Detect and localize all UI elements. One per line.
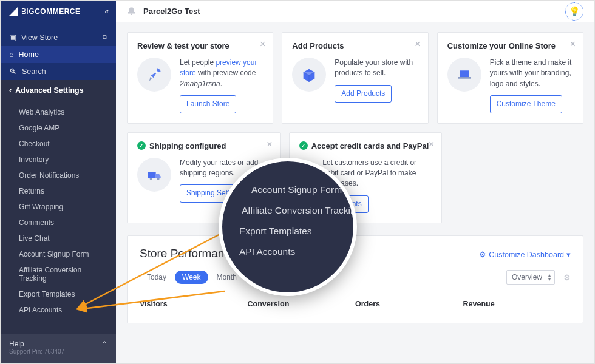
nav-sub-items: Web AnalyticsGoogle AMPCheckoutInventory… [1,104,116,318]
nav-view-store[interactable]: ▣ View Store ⧉ [1,29,116,46]
customize-theme-button[interactable]: Customize Theme [490,95,562,113]
help-panel[interactable]: Help ⌃ Support Pin: 763407 [1,334,116,363]
add-products-button[interactable]: Add Products [335,85,392,103]
close-icon[interactable]: × [429,139,434,150]
chevron-left-icon: ‹ [9,86,12,95]
sidebar-item-account-signup-form[interactable]: Account Signup Form [1,246,116,262]
sidebar-item-inventory[interactable]: Inventory [1,152,116,167]
topbar: 🔔︎ Parcel2Go Test 💡 [116,1,594,22]
overview-select[interactable]: Overview▾ [506,270,555,285]
nav-search[interactable]: 🔍︎ Search [1,63,116,80]
mag-item-api: API Accounts [239,241,353,262]
main-content: 🔔︎ Parcel2Go Test 💡 × Review & test your… [116,1,594,363]
help-pin: Support Pin: 763407 [9,348,107,355]
store-performance-panel: Store Performance ⚙ Customize Dashboard … [127,235,583,323]
bigcommerce-logo-icon [8,6,19,17]
card-desc: Populate your store with products to sel… [335,58,418,103]
svg-point-4 [150,177,152,180]
svg-rect-2 [458,77,471,79]
sidebar: BIGCOMMERCE « ▣ View Store ⧉ ⌂ Home 🔍︎ S… [1,1,116,363]
box-icon [292,58,326,92]
gear-icon[interactable]: ⚙ [563,273,571,282]
sidebar-item-checkout[interactable]: Checkout [1,136,116,152]
gear-icon: ⚙ [479,250,486,259]
rocket-icon [137,58,171,92]
card-title: Review & test your store [137,41,263,50]
sidebar-item-returns[interactable]: Returns [1,183,116,199]
close-icon[interactable]: × [415,39,420,50]
tips-icon[interactable]: 💡 [565,2,583,21]
svg-rect-1 [460,70,469,77]
sidebar-item-api-accounts[interactable]: API Accounts [1,302,116,318]
check-icon: ✓ [137,141,146,150]
sidebar-item-affiliate-conversion-tracking[interactable]: Affiliate Conversion Tracking [1,262,116,286]
nav-home[interactable]: ⌂ Home [1,46,116,63]
magnifier-callout: Account Signup Form Affiliate Conversion… [219,158,357,296]
sidebar-item-gift-wrapping[interactable]: Gift Wrapping [1,199,116,215]
laptop-icon [447,58,481,92]
brand-prefix: BIG [21,7,35,16]
nav-home-label: Home [19,50,39,59]
svg-point-5 [157,177,160,180]
nav-primary: ▣ View Store ⧉ ⌂ Home 🔍︎ Search [1,22,116,80]
perf-col-orders: Orders [355,300,463,308]
brand-bar: BIGCOMMERCE « [1,1,116,22]
nav-section-label: Advanced Settings [15,86,84,95]
search-icon: 🔍︎ [9,67,17,76]
truck-icon [137,158,171,192]
perf-columns: VisitorsConversionOrdersRevenue [140,291,571,323]
card-add-products: × Add Products Populate your store with … [282,32,428,124]
svg-point-0 [155,71,158,73]
launch-store-button[interactable]: Launch Store [180,95,236,113]
sidebar-item-web-analytics[interactable]: Web Analytics [1,104,116,120]
svg-rect-3 [148,172,155,178]
mag-item-signup: Account Signup Form [251,180,353,200]
help-title: Help [9,340,24,348]
card-desc: Pick a theme and make it yours with your… [490,58,573,113]
cards-row-2: × ✓ Shipping configured Modify your rate… [116,124,594,224]
sidebar-item-comments[interactable]: Comments [1,215,116,231]
check-icon: ✓ [299,141,308,150]
customize-dashboard-button[interactable]: ⚙ Customize Dashboard ▾ [479,250,571,259]
chevron-down-icon: ▾ [566,250,571,259]
mag-item-export: Export Templates [239,221,353,241]
notification-bell-icon[interactable]: 🔔︎ [127,6,136,16]
perf-controls: TodayWeekMonthYear | ▾ Overview▾ ⚙ [140,270,571,291]
chevron-up-icon: ⌃ [101,340,107,348]
store-icon: ▣ [9,33,16,42]
nav-section-advanced[interactable]: ‹ Advanced Settings [1,80,116,101]
card-desc: Let people preview your store with previ… [180,58,263,113]
sidebar-item-export-templates[interactable]: Export Templates [1,286,116,302]
sidebar-item-order-notifications[interactable]: Order Notifications [1,167,116,183]
home-icon: ⌂ [9,50,14,59]
store-name: Parcel2Go Test [143,7,200,16]
sidebar-item-google-amp[interactable]: Google AMP [1,120,116,136]
perf-col-revenue: Revenue [463,300,571,308]
brand-logo: BIGCOMMERCE [8,6,81,17]
sidebar-collapse-button[interactable]: « [104,7,109,16]
mag-item-affiliate: Affiliate Conversion Tracking [242,200,353,221]
cards-row-1: × Review & test your store Let people pr… [116,22,594,124]
perf-col-visitors: Visitors [140,300,248,308]
nav-search-label: Search [22,67,46,76]
sidebar-item-live-chat[interactable]: Live Chat [1,231,116,246]
card-title: ✓ Shipping configured [137,141,270,150]
card-customize-store: × Customize your Online Store Pick a the… [437,32,583,124]
close-icon[interactable]: × [570,39,576,50]
card-title: Add Products [292,41,418,50]
card-title: Customize your Online Store [447,41,573,50]
perf-col-conversion: Conversion [248,300,356,308]
nav-view-store-label: View Store [21,33,58,42]
close-icon[interactable]: × [267,139,272,150]
range-week[interactable]: Week [175,271,208,284]
card-review-store: × Review & test your store Let people pr… [127,32,273,124]
external-link-icon: ⧉ [103,33,107,41]
close-icon[interactable]: × [260,39,265,50]
range-today[interactable]: Today [140,271,174,284]
card-title: ✓ Accept credit cards and PayPal [299,141,432,150]
brand-name: COMMERCE [35,7,80,16]
